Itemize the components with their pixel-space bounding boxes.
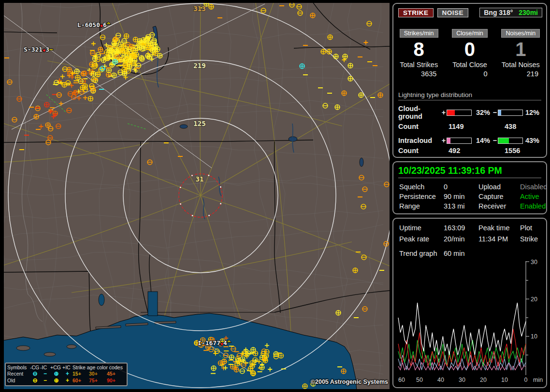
svg-text:I-1677◆4^: I-1677◆4^ <box>198 339 231 347</box>
svg-text:125: 125 <box>193 120 205 127</box>
svg-text:20: 20 <box>480 377 487 383</box>
trend-graph-label: Trend graph <box>399 248 444 259</box>
receiver-label: Receiver <box>478 201 520 211</box>
upload-label: Upload <box>478 182 520 192</box>
peak-rate-value: 20/min <box>444 234 478 245</box>
upload-value: Disabled <box>520 182 547 192</box>
bearing-distance: 230mi <box>519 9 538 16</box>
mode-button-row: STRIKE NOISE Bng 318°230mi <box>398 8 542 17</box>
cg-pos-count: 1149 <box>449 123 505 130</box>
capture-value: Active <box>520 192 540 201</box>
plus-sign: + <box>441 137 447 144</box>
plot-mode-value: Strike <box>520 234 540 245</box>
ic-minus-icon: − <box>40 371 50 378</box>
age-code-90plus: 90+ <box>107 378 124 384</box>
cg-neg-pct: 12% <box>523 109 541 116</box>
svg-text:313: 313 <box>193 5 205 13</box>
strikes-rate-value: 8 <box>393 39 444 60</box>
copyright-text: ©2005 Astrogenic Systems <box>311 378 388 385</box>
status-row: Persistence 90 min Capture Active <box>399 192 540 201</box>
ic-pos-bar <box>447 138 472 144</box>
rate-chip-row: Strikes/min Close/min Noises/min <box>393 29 546 38</box>
lightning-detector-window: { "header": { "strike_btn": "STRIKE", "n… <box>0 0 550 392</box>
minus-sign: − <box>492 137 498 144</box>
persistence-value: 90 min <box>444 192 478 201</box>
total-noises-value: 219 <box>495 70 546 78</box>
map-legend: Symbols-CG-IC+CG+ICStrike age color code… <box>5 363 128 387</box>
svg-text:20: 20 <box>531 296 537 303</box>
total-noises-label: Total Noises <box>495 61 546 69</box>
svg-text:219: 219 <box>193 62 205 70</box>
total-close-value: 0 <box>444 70 495 78</box>
total-value-row: 3635 0 219 <box>393 69 546 78</box>
datetime-display: 10/23/2025 11:39:16 PM <box>398 165 541 176</box>
age-code-60plus: 60+ <box>72 378 89 384</box>
stats-row: Peak rate 20/min 11:34 PM Strike <box>399 234 540 245</box>
range-label: Range <box>399 201 444 211</box>
legend-header-ic: +IC <box>62 364 72 371</box>
status-row: Range 313 mi Receiver Enabled <box>399 201 540 211</box>
distribution-title: Lightning type distribution <box>398 91 541 100</box>
age-code-45plus: 45+ <box>107 371 124 378</box>
squelch-label: Squelch <box>399 182 444 192</box>
persistence-label: Persistence <box>399 192 444 201</box>
cloud-ground-count-row: Count 1149 438 <box>398 123 541 130</box>
stats-row: Uptime 163:09 Peak time Plot <box>399 223 540 234</box>
peak-rate-label: Peak rate <box>399 234 444 245</box>
map-canvas: 31125219313L-6050◆6^S-321◆3−I-1677◆4^ <box>4 3 390 389</box>
close-rate-value: 0 <box>444 39 495 60</box>
svg-text:40: 40 <box>437 377 444 383</box>
count-label: Count <box>398 123 449 130</box>
cg-minus-icon: ⊖ <box>30 371 40 378</box>
close-per-min-chip: Close/min <box>452 29 488 38</box>
cg-pos-bar <box>447 110 472 116</box>
range-value: 313 mi <box>444 201 478 211</box>
minus-sign: − <box>492 109 498 116</box>
legend-age-header: Strike age color codes <box>72 364 124 371</box>
divider <box>398 178 541 178</box>
rate-value-row: 8 0 1 <box>393 38 546 60</box>
age-code-75plus: 75+ <box>89 378 107 384</box>
bearing-readout[interactable]: Bng 318°230mi <box>479 8 542 17</box>
svg-text:30: 30 <box>531 259 537 266</box>
plus-sign: + <box>441 109 447 116</box>
cg-neg-count: 438 <box>505 123 541 130</box>
count-label: Count <box>398 147 449 154</box>
svg-text:10: 10 <box>501 377 508 383</box>
svg-text:min: min <box>533 377 543 383</box>
peak-time-value: 11:34 PM <box>478 234 520 245</box>
legend-header-cg: -CG <box>30 364 40 371</box>
squelch-value: 0 <box>444 182 478 192</box>
total-strikes-label: Total Strikes <box>393 61 444 69</box>
peak-time-header: Peak time <box>478 223 520 234</box>
cg-plus-icon: ⊕ <box>50 371 62 378</box>
legend-row-label: Old <box>7 378 30 384</box>
cloud-ground-label: Cloud-ground <box>398 105 441 120</box>
noises-per-min-chip: Noises/min <box>501 29 540 38</box>
intracloud-row: Intracloud + 14% − 43% <box>398 137 541 144</box>
cloud-ground-row: Cloud-ground + 32% − 12% <box>398 105 541 120</box>
strikes-per-min-chip: Strikes/min <box>400 29 438 38</box>
counters-panel: STRIKE NOISE Bng 318°230mi Strikes/min C… <box>392 3 547 158</box>
age-code-15plus: 15+ <box>72 371 89 378</box>
svg-text:0: 0 <box>524 377 528 383</box>
intracloud-label: Intracloud <box>398 137 441 144</box>
strike-mode-button[interactable]: STRIKE <box>398 8 434 17</box>
trend-graph-value: 60 min <box>444 248 478 259</box>
noise-mode-button[interactable]: NOISE <box>437 8 469 17</box>
cg-minus-icon: ⊖ <box>30 378 40 384</box>
svg-text:10: 10 <box>531 333 537 340</box>
svg-text:31: 31 <box>196 175 204 183</box>
ic-neg-pct: 43% <box>523 137 541 144</box>
ic-minus-icon: − <box>40 378 50 384</box>
receiver-value: Enabled <box>520 201 546 211</box>
status-panel: 10/23/2025 11:39:16 PM Squelch 0 Upload … <box>392 161 547 214</box>
cg-pos-pct: 32% <box>472 109 492 116</box>
strike-map[interactable]: 31125219313L-6050◆6^S-321◆3−I-1677◆4^ Sy… <box>4 3 390 389</box>
intracloud-count-row: Count 492 1556 <box>398 147 541 154</box>
ic-neg-count: 1556 <box>505 147 541 154</box>
svg-text:50: 50 <box>416 377 423 383</box>
total-label-row: Total Strikes Total Close Total Noises <box>393 60 546 69</box>
ic-plus-icon: + <box>62 371 72 378</box>
trend-graph-row: Trend graph 60 min <box>399 248 540 259</box>
